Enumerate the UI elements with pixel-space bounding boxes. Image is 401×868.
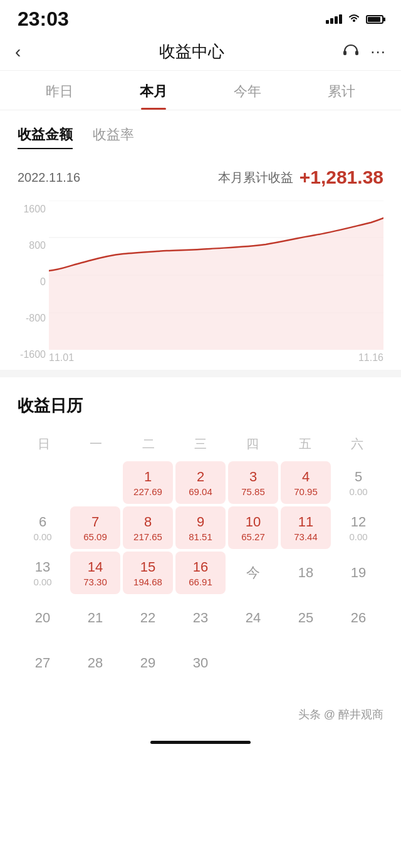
status-time: 23:03 (18, 8, 69, 31)
calendar-cell[interactable]: 130.00 (18, 552, 68, 594)
calendar-cell[interactable]: 269.04 (175, 461, 226, 504)
cal-value: 70.95 (294, 486, 318, 497)
cal-day: 5 (355, 469, 362, 485)
calendar-cell[interactable]: 470.95 (281, 461, 331, 504)
calendar-cell[interactable]: 1666.91 (175, 552, 226, 594)
calendar-cell[interactable]: 15194.68 (123, 552, 173, 594)
calendar-cell[interactable]: 21 (70, 597, 120, 639)
cal-day: 18 (298, 565, 313, 581)
cal-value: 0.00 (33, 577, 51, 587)
cal-day: 3 (249, 469, 257, 485)
calendar-cell[interactable]: 29 (123, 642, 173, 684)
svg-point-0 (353, 19, 355, 22)
wifi-icon (347, 13, 361, 26)
cal-day: 7 (91, 514, 99, 530)
main-content: 收益金额 收益率 2022.11.16 本月累计收益 +1,281.38 160… (0, 110, 401, 363)
svg-rect-1 (343, 51, 346, 55)
calendar-cell[interactable]: 23 (175, 597, 226, 639)
cal-value: 65.27 (241, 531, 265, 542)
cal-value: 73.44 (294, 531, 318, 542)
cal-day: 6 (39, 514, 46, 530)
calendar-cell[interactable]: 765.09 (70, 506, 120, 549)
cal-day: 19 (351, 565, 366, 581)
calendar-cell[interactable]: 24 (228, 597, 278, 639)
calendar-cell[interactable]: 981.51 (175, 506, 226, 549)
calendar-cell[interactable]: 27 (18, 642, 68, 684)
status-bar: 23:03 (0, 0, 401, 36)
tab-yesterday[interactable]: 昨日 (13, 71, 107, 110)
header-actions: ··· (343, 42, 386, 61)
chart-y-labels: 1600 800 0 -800 -1600 (18, 201, 46, 363)
tab-this-month[interactable]: 本月 (107, 71, 200, 110)
weekday-sun: 日 (18, 432, 70, 456)
cal-value: 66.91 (189, 577, 212, 587)
tab-this-year[interactable]: 今年 (200, 71, 294, 110)
calendar-cell[interactable]: 120.00 (333, 506, 383, 549)
cal-day: 24 (246, 610, 261, 626)
cal-day: 23 (193, 610, 208, 626)
cal-day: 10 (246, 514, 261, 530)
calendar-cell[interactable]: 8217.65 (123, 506, 173, 549)
calendar-cell[interactable]: 60.00 (18, 506, 68, 549)
tab-cumulative[interactable]: 累计 (294, 71, 388, 110)
section-divider (0, 370, 401, 377)
back-button[interactable]: ‹ (15, 42, 40, 62)
cal-day: 13 (35, 559, 50, 575)
more-icon[interactable]: ··· (370, 42, 386, 61)
calendar-title: 收益日历 (18, 395, 383, 417)
weekday-fri: 五 (279, 432, 331, 456)
cal-value: 0.00 (33, 531, 51, 542)
calendar-cell[interactable]: 28 (70, 642, 120, 684)
calendar-cell[interactable]: 19 (333, 552, 383, 594)
cal-value: 0.00 (349, 486, 367, 497)
cal-value: 0.00 (349, 531, 367, 542)
calendar-cell[interactable]: 50.00 (333, 461, 383, 504)
cal-day: 22 (140, 610, 155, 626)
home-indicator (0, 735, 401, 754)
cal-value: 69.04 (189, 486, 212, 497)
cal-day: 26 (351, 610, 366, 626)
calendar-cell[interactable]: 26 (333, 597, 383, 639)
cal-day: 1 (144, 469, 152, 485)
cal-day: 28 (88, 655, 103, 671)
calendar-cell[interactable]: 1173.44 (281, 506, 331, 549)
sub-tab-rate[interactable]: 收益率 (93, 125, 134, 149)
calendar-cell[interactable]: 1227.69 (123, 461, 173, 504)
cal-day: 11 (298, 514, 313, 530)
calendar-cell[interactable]: 今 (228, 552, 278, 594)
cal-day: 20 (35, 610, 50, 626)
calendar-cell[interactable]: 1065.27 (228, 506, 278, 549)
cal-day: 14 (88, 559, 103, 575)
cal-value: 81.51 (189, 531, 212, 542)
cal-day: 2 (197, 469, 204, 485)
battery-icon (366, 15, 383, 24)
calendar-cell[interactable]: 1473.30 (70, 552, 120, 594)
calendar-cell[interactable]: 18 (281, 552, 331, 594)
weekday-tue: 二 (122, 432, 174, 456)
sub-tab-amount[interactable]: 收益金额 (18, 125, 73, 149)
calendar-weekdays: 日 一 二 三 四 五 六 (18, 432, 383, 456)
cal-day: 15 (140, 559, 155, 575)
cal-value: 194.68 (133, 577, 162, 587)
calendar-grid: 1227.69269.04375.85470.9550.0060.00765.0… (18, 461, 383, 684)
summary-value: +1,281.38 (299, 167, 383, 188)
earnings-chart: 1600 800 0 -800 -1600 11.01 (18, 201, 383, 363)
chart-svg-area (49, 201, 383, 350)
calendar-section: 收益日历 日 一 二 三 四 五 六 1227.69269.04375.8547… (0, 377, 401, 697)
footer: 头条 @ 醉井观商 (0, 697, 401, 735)
tab-bar: 昨日 本月 今年 累计 (0, 71, 401, 110)
calendar-cell[interactable]: 22 (123, 597, 173, 639)
cal-value: 75.85 (241, 486, 265, 497)
cal-day: 25 (298, 610, 313, 626)
weekday-thu: 四 (227, 432, 279, 456)
chart-x-labels: 11.01 11.16 (49, 352, 383, 363)
summary-row: 2022.11.16 本月累计收益 +1,281.38 (18, 167, 383, 188)
calendar-cell[interactable]: 375.85 (228, 461, 278, 504)
cal-day: 12 (351, 514, 366, 530)
cal-value: 73.30 (83, 577, 107, 587)
headphone-icon[interactable] (343, 43, 359, 61)
calendar-cell[interactable]: 20 (18, 597, 68, 639)
cal-day: 21 (88, 610, 103, 626)
calendar-cell[interactable]: 25 (281, 597, 331, 639)
calendar-cell[interactable]: 30 (175, 642, 226, 684)
